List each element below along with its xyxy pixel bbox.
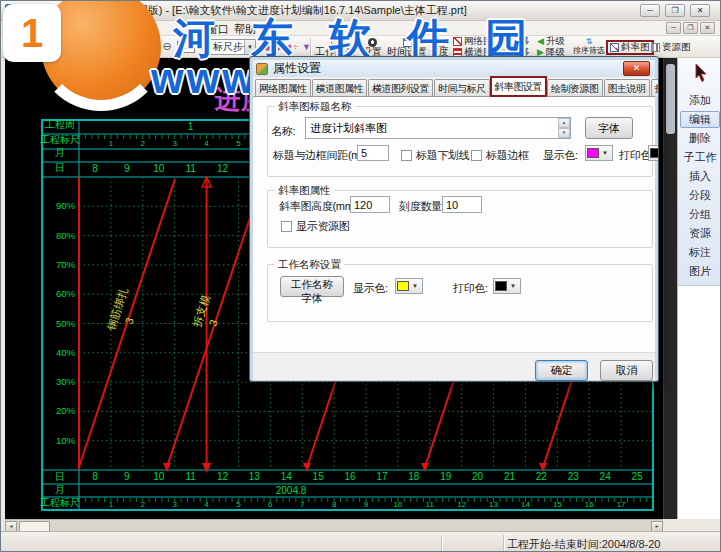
show-resource-checkbox[interactable]: 显示资源图 <box>281 219 350 234</box>
slope-title-input[interactable] <box>305 117 571 139</box>
mdi-minimize-icon[interactable]: ─ <box>666 22 681 34</box>
spin-up-icon[interactable]: ▲ <box>558 118 570 128</box>
print-color-dropdown[interactable]: ▼ <box>648 145 659 161</box>
percent-label: 70% <box>56 259 76 270</box>
sidebar-item-9[interactable]: 图片 <box>680 263 720 280</box>
vertical-scrollbar[interactable] <box>663 58 677 519</box>
undo-icon[interactable]: ↶ <box>79 39 95 55</box>
cursor-arrow-icon[interactable] <box>692 63 710 83</box>
row-label: 月 <box>55 484 65 495</box>
maximize-icon[interactable]: ❐ <box>665 4 685 17</box>
underline-checkbox[interactable]: 标题下划线 <box>401 148 470 163</box>
toolbar-button-resource-chart[interactable]: 资源图 <box>651 42 691 53</box>
ruler-step-dropdown[interactable]: 标尺步长 ▼ <box>209 39 256 55</box>
week-label: 1 <box>188 121 194 132</box>
mdi-close-icon[interactable]: ✕ <box>700 22 715 34</box>
left-arrow-icon: ◀ <box>537 37 544 46</box>
ruler-number: 4 <box>204 139 209 148</box>
status-bar: 工程开始-结束时间:2004/8/8-20 <box>1 531 720 552</box>
checkbox-icon[interactable] <box>401 150 412 161</box>
day-label: 8 <box>92 163 98 174</box>
divide-icon[interactable]: ÷ <box>293 40 298 54</box>
sidebar-item-0[interactable]: 添加 <box>680 92 720 109</box>
display-color-label: 显示色: <box>543 148 578 163</box>
dialog-tab-5[interactable]: 绘制资源图 <box>547 79 603 96</box>
dialog-tab-6[interactable]: 图主说明 <box>604 79 650 96</box>
paste-icon[interactable]: ▥ <box>129 39 145 55</box>
resource-chart-icon <box>651 43 660 52</box>
dialog-icon <box>256 63 268 75</box>
scale-count-input[interactable] <box>442 196 482 213</box>
toolbar-button-settings[interactable]: 设置 <box>359 36 385 58</box>
dialog-tab-1[interactable]: 横道图属性 <box>312 79 368 96</box>
vertical-scrollbar-thumb[interactable] <box>666 64 675 134</box>
expand-columns-icon[interactable]: ◀▶ <box>261 40 275 54</box>
day-label: 17 <box>376 471 388 482</box>
new-icon[interactable]: ▢ <box>7 39 23 55</box>
sidebar-item-8[interactable]: 标注 <box>680 244 720 261</box>
day-label: 14 <box>281 471 293 482</box>
ok-button[interactable]: 确定 <box>535 360 588 381</box>
day-label: 15 <box>313 471 325 482</box>
name-display-color-dropdown[interactable]: ▼ <box>395 278 423 294</box>
slope-height-input[interactable] <box>350 196 390 213</box>
app-icon <box>5 4 18 17</box>
checkbox-icon[interactable] <box>281 221 292 232</box>
edit-sidebar: 添加编辑删除子工作插入分段分组资源标注图片 <box>677 58 721 519</box>
title-border-checkbox[interactable]: 标题边框 <box>471 148 529 163</box>
cancel-button[interactable]: 取消 <box>600 360 653 381</box>
dialog-close-icon[interactable]: ✕ <box>623 61 650 76</box>
sidebar-item-7[interactable]: 资源 <box>680 225 720 242</box>
day-label: 20 <box>472 471 484 482</box>
collapse-columns-icon[interactable]: ▶◀ <box>277 40 291 54</box>
percent-label: 20% <box>56 405 76 416</box>
toolbar-button-work-list[interactable]: 工作列表 <box>313 36 357 58</box>
dialog-tab-4[interactable]: 斜率图设置 <box>491 77 547 96</box>
sidebar-item-1[interactable]: 编辑 <box>680 111 720 128</box>
zoom-out-icon[interactable]: ⊖ <box>159 39 175 55</box>
print-icon[interactable]: ▤ <box>41 39 57 55</box>
menu-help[interactable]: 帮助 <box>234 22 256 37</box>
row-label: 日 <box>55 162 65 173</box>
font-button[interactable]: 字体 <box>585 117 633 139</box>
dialog-tab-7[interactable]: 打印设置 <box>651 79 660 96</box>
sidebar-item-4[interactable]: 插入 <box>680 168 720 185</box>
name-print-color-dropdown[interactable]: ▼ <box>493 278 521 294</box>
minimize-icon[interactable]: ─ <box>640 4 660 17</box>
display-color-dropdown[interactable]: ▼ <box>585 145 613 161</box>
sidebar-item-5[interactable]: 分段 <box>680 187 720 204</box>
dialog-tab-0[interactable]: 网络图属性 <box>255 79 311 96</box>
toolbar-button-time-settings[interactable]: 时间设置 <box>387 36 427 58</box>
close-icon[interactable]: ✕ <box>690 4 710 17</box>
toolbar-button-progress[interactable]: … 进度 <box>427 36 451 58</box>
work-name-font-button[interactable]: 工作名称字体 <box>280 276 344 297</box>
day-label: 8 <box>92 471 98 482</box>
sidebar-item-6[interactable]: 分组 <box>680 206 720 223</box>
menu-window[interactable]: 窗口 <box>207 22 229 37</box>
spin-down-icon[interactable]: ▼ <box>558 128 570 138</box>
dialog-tab-3[interactable]: 时间与标尺 <box>434 79 490 96</box>
dialog-title-bar[interactable]: 属性设置 ✕ <box>253 60 655 77</box>
row-label: 月 <box>55 147 65 158</box>
day-label: 9 <box>124 471 130 482</box>
actual-size-icon[interactable]: 1:1 <box>177 41 195 53</box>
ruler-number: 5 <box>236 139 241 148</box>
name-print-color-label: 打印色: <box>453 281 488 296</box>
mdi-restore-icon[interactable]: ❐ <box>683 22 698 34</box>
network-chart-icon <box>453 37 462 46</box>
copy-icon[interactable]: ▣ <box>113 39 129 55</box>
toolbar-button-slope-chart[interactable]: 斜率图 <box>608 42 652 53</box>
chevron-down-icon: ▼ <box>244 40 255 54</box>
dialog-tab-2[interactable]: 横道图列设置 <box>368 79 433 96</box>
checkbox-icon[interactable] <box>471 150 482 161</box>
status-divider <box>503 535 504 551</box>
sidebar-item-2[interactable]: 删除 <box>680 130 720 147</box>
toolbar-button-sort-filter[interactable]: ⇅ 排序筛选 <box>573 36 605 58</box>
redo-icon[interactable]: ↷ <box>95 39 111 55</box>
name-spinner[interactable]: ▲▼ <box>558 118 570 138</box>
toolbar-separator <box>310 38 311 56</box>
dialog-title: 属性设置 <box>273 60 321 77</box>
sidebar-item-3[interactable]: 子工作 <box>680 149 720 166</box>
slope-height-label: 斜率图高度(mm): <box>279 199 360 214</box>
margin-input[interactable] <box>357 145 389 161</box>
